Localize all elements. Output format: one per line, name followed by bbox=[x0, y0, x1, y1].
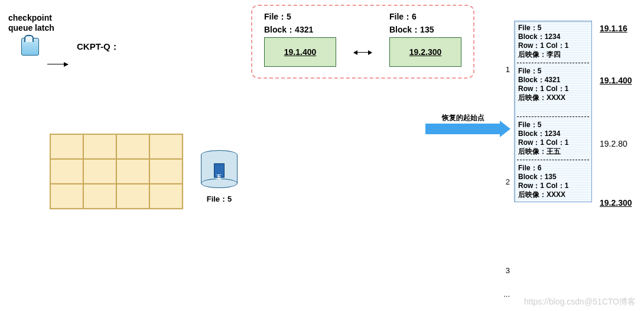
ckpt-queue-box: File：5 Block：4321 19.1.400 File：6 Block：… bbox=[251, 5, 474, 79]
ckpt-q-label: CKPT-Q： bbox=[77, 41, 119, 53]
checkpoint-title: checkpoint queue latch bbox=[8, 13, 54, 33]
separator bbox=[517, 116, 589, 117]
scn-label: 19.1.16 bbox=[600, 24, 627, 33]
arrow-icon bbox=[47, 64, 68, 64]
double-arrow-icon bbox=[354, 52, 372, 53]
log-entry: File：5 Block：1234 Row：1 Col：1 后映像：李四 bbox=[515, 21, 591, 61]
log-entry: File：6 Block：135 Row：1 Col：1 后映像：XXXX bbox=[515, 161, 591, 202]
db-caption: File：5 bbox=[201, 194, 238, 205]
recovery-start-arrow-icon: 恢复的起始点 bbox=[425, 124, 501, 134]
node-scn: 19.1.400 bbox=[284, 47, 317, 57]
buffer-cache-grid bbox=[50, 134, 183, 209]
group-number: 3 bbox=[499, 266, 510, 275]
node-file-label: File：5 bbox=[264, 12, 336, 22]
db-chip-label: 王五 bbox=[214, 163, 225, 177]
node-scn: 19.2.300 bbox=[409, 47, 442, 57]
redo-log: File：5 Block：1234 Row：1 Col：1 后映像：李四 Fil… bbox=[514, 21, 592, 202]
log-entry: File：5 Block：4321 Row：1 Col：1 后映像：XXXX bbox=[515, 64, 591, 105]
scn-label: 19.2.300 bbox=[600, 198, 632, 208]
group-number: 1 bbox=[499, 65, 510, 74]
separator bbox=[517, 160, 589, 160]
group-number: 2 bbox=[499, 177, 510, 186]
scn-label: 19.1.400 bbox=[600, 76, 632, 85]
datafile-cylinder: 王五 File：5 bbox=[201, 150, 238, 205]
group-number: ... bbox=[499, 290, 510, 299]
log-entry: File：5 Block：1234 Row：1 Col：1 后映像：王五 bbox=[515, 118, 591, 158]
node-file-label: File：6 bbox=[389, 12, 461, 22]
node-block-label: Block：4321 bbox=[264, 25, 336, 35]
arrow-label: 恢复的起始点 bbox=[425, 113, 501, 123]
scn-label: 19.2.80 bbox=[600, 139, 627, 148]
watermark: https://blog.csdn@51CTO博客 bbox=[524, 297, 636, 307]
node-block-label: Block：135 bbox=[389, 25, 461, 35]
latch-icon bbox=[21, 38, 39, 56]
separator bbox=[517, 63, 589, 63]
